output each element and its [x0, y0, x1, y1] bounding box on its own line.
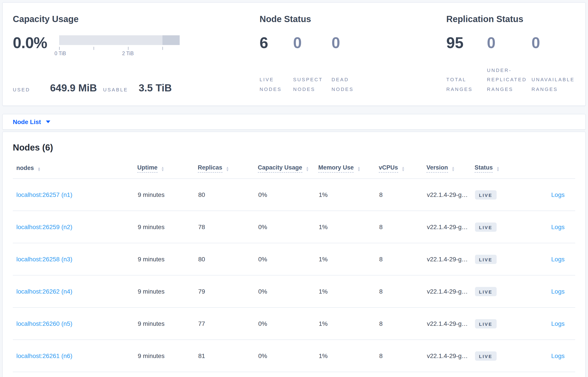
sort-icon: ▲▼ [452, 166, 455, 171]
node-address-cell: localhost:26262 (n4) [13, 275, 137, 307]
logs-cell: Logs [528, 211, 575, 243]
status-cell: LIVE [475, 178, 528, 211]
column-header-uptime[interactable]: Uptime▲▼ [137, 164, 198, 178]
logs-link[interactable]: Logs [551, 288, 564, 295]
node-address-link[interactable]: localhost:26259 (n2) [16, 223, 72, 230]
status-badge: LIVE [475, 190, 496, 199]
used-label: USED [13, 87, 30, 92]
memory-use-cell: 1% [318, 275, 379, 307]
usable-value: 3.5 TiB [139, 82, 172, 94]
column-header-capacity-usage[interactable]: Capacity Usage▲▼ [258, 164, 318, 178]
node-list-dropdown[interactable]: Node List [13, 118, 50, 125]
logs-cell: Logs [528, 275, 575, 307]
node-address-link[interactable]: localhost:26258 (n3) [16, 256, 72, 263]
logs-cell: Logs [528, 340, 575, 372]
stat-value: 0 [531, 35, 568, 50]
node-address-cell: localhost:26257 (n1) [13, 178, 137, 211]
stat-label: UNDER-REPLICATED RANGES [487, 66, 527, 94]
stat-label: SUSPECT NODES [293, 75, 327, 94]
logs-link[interactable]: Logs [551, 256, 564, 263]
uptime-cell: 9 minutes [137, 340, 198, 372]
capacity-usage-cell: 0% [258, 178, 318, 211]
replicas-cell: 78 [198, 211, 258, 243]
uptime-cell: 9 minutes [137, 307, 198, 340]
logs-cell: Logs [528, 243, 575, 275]
capacity-bar-track [59, 35, 180, 45]
node-address-link[interactable]: localhost:26257 (n1) [16, 191, 72, 198]
vcpus-cell: 8 [379, 307, 426, 340]
nodes-card-title: Nodes (6) [13, 142, 575, 153]
capacity-usage-section: Capacity Usage 0.0% 0 TiB 2 TiB [3, 3, 259, 106]
node-address-link[interactable]: localhost:26261 (n6) [16, 352, 72, 359]
capacity-usage-cell: 0% [258, 243, 318, 275]
sort-icon: ▲▼ [37, 167, 41, 172]
replication-stats: 95 TOTAL RANGES 0 UNDER-REPLICATED RANGE… [446, 35, 585, 94]
node-address-cell: localhost:26260 (n5) [13, 307, 137, 340]
sort-icon: ▲▼ [357, 166, 361, 171]
nodes-table: nodes▲▼ Uptime▲▼ Replicas▲▼ Capacity Usa… [13, 164, 575, 372]
version-cell: v22.1.4-29-g… [426, 275, 475, 307]
status-badge: LIVE [475, 255, 496, 264]
logs-cell: Logs [528, 307, 575, 340]
memory-use-cell: 1% [318, 211, 379, 243]
memory-use-cell: 1% [318, 340, 379, 372]
cluster-summary-card: Capacity Usage 0.0% 0 TiB 2 TiB [2, 2, 586, 106]
scale-wrapper: Capacity Usage 0.0% 0 TiB 2 TiB [0, 0, 588, 377]
capacity-gauge: 0.0% 0 TiB 2 TiB [13, 35, 259, 57]
tick-label-2tib: 2 TiB [122, 51, 133, 56]
used-value: 649.9 MiB [50, 82, 97, 94]
table-row: localhost:26260 (n5) 9 minutes 77 0% 1% … [13, 307, 575, 340]
table-row: localhost:26259 (n2) 9 minutes 78 0% 1% … [13, 211, 575, 243]
table-row: localhost:26257 (n1) 9 minutes 80 0% 1% … [13, 178, 575, 211]
table-row: localhost:26261 (n6) 9 minutes 81 0% 1% … [13, 340, 575, 372]
stat-label: TOTAL RANGES [446, 75, 482, 94]
replicas-cell: 79 [198, 275, 258, 307]
capacity-bar-chart: 0 TiB 2 TiB [59, 35, 180, 57]
stat-under-replicated-ranges: 0 UNDER-REPLICATED RANGES [487, 35, 531, 94]
version-cell: v22.1.4-29-g… [426, 307, 475, 340]
stat-value: 6 [259, 35, 289, 50]
status-badge: LIVE [475, 287, 496, 296]
capacity-usage-cell: 0% [258, 340, 318, 372]
sort-icon: ▲▼ [306, 166, 309, 171]
node-address-link[interactable]: localhost:26260 (n5) [16, 320, 72, 327]
node-list-dropdown-label: Node List [13, 118, 41, 125]
capacity-usage-cell: 0% [258, 307, 318, 340]
column-header-version[interactable]: Version▲▼ [426, 164, 475, 178]
node-address-link[interactable]: localhost:26262 (n4) [16, 288, 72, 295]
status-badge: LIVE [475, 222, 496, 232]
logs-link[interactable]: Logs [551, 320, 564, 327]
stat-live-nodes: 6 LIVE NODES [259, 35, 293, 94]
stat-total-ranges: 95 TOTAL RANGES [446, 35, 487, 94]
logs-cell: Logs [528, 178, 575, 211]
node-address-cell: localhost:26258 (n3) [13, 243, 137, 275]
node-status-title: Node Status [259, 14, 446, 24]
sort-icon: ▲▼ [226, 166, 229, 171]
capacity-percent-value: 0.0% [13, 35, 47, 57]
logs-link[interactable]: Logs [551, 191, 564, 198]
stat-label: UNAVAILABLE RANGES [531, 75, 568, 94]
memory-use-cell: 1% [318, 178, 379, 211]
chevron-down-icon [46, 120, 50, 123]
column-header-logs [528, 164, 575, 178]
logs-link[interactable]: Logs [551, 352, 564, 359]
column-header-replicas[interactable]: Replicas▲▼ [198, 164, 258, 178]
logs-link[interactable]: Logs [551, 223, 564, 230]
replicas-cell: 80 [198, 178, 258, 211]
node-status-stats: 6 LIVE NODES 0 SUSPECT NODES 0 DEAD NODE… [259, 35, 446, 94]
table-row: localhost:26258 (n3) 9 minutes 80 0% 1% … [13, 243, 575, 275]
capacity-usage-title: Capacity Usage [13, 14, 259, 24]
replicas-cell: 81 [198, 340, 258, 372]
vcpus-cell: 8 [379, 211, 426, 243]
stat-value: 0 [293, 35, 327, 50]
stat-suspect-nodes: 0 SUSPECT NODES [293, 35, 331, 94]
column-header-status[interactable]: Status▲▼ [475, 164, 528, 178]
usable-label: USABLE [103, 87, 128, 92]
capacity-bar-reserved-segment [163, 35, 180, 45]
column-header-memory-use[interactable]: Memory Use▲▼ [318, 164, 379, 178]
status-cell: LIVE [475, 211, 528, 243]
column-header-vcpus[interactable]: vCPUs▲▼ [379, 164, 426, 178]
capacity-usage-cell: 0% [258, 275, 318, 307]
column-header-nodes[interactable]: nodes▲▼ [13, 164, 137, 178]
replication-status-title: Replication Status [446, 14, 585, 24]
